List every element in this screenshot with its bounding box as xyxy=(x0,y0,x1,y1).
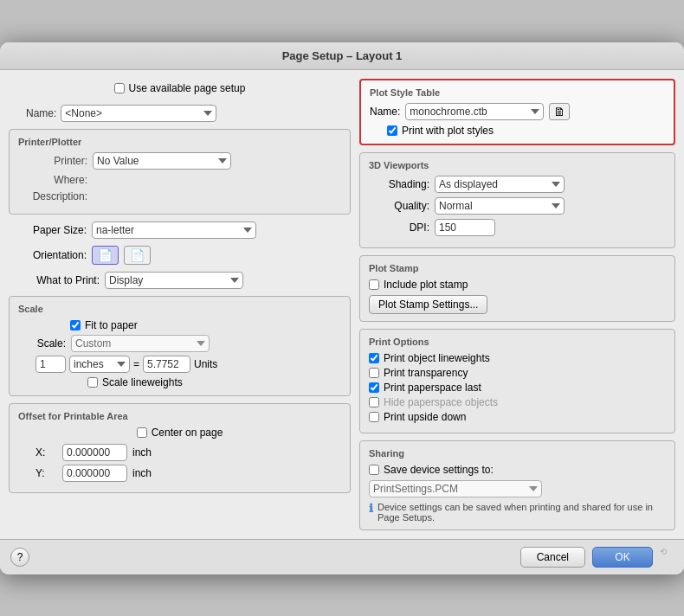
opt5-label: Print upside down xyxy=(384,411,466,423)
scale-lineweights-row: Scale lineweights xyxy=(18,376,341,388)
x-input[interactable] xyxy=(62,444,127,461)
dpi-label: DPI: xyxy=(377,221,429,234)
save-device-checkbox[interactable] xyxy=(369,465,379,475)
opt3-checkbox[interactable] xyxy=(369,382,379,393)
title-bar: Page Setup – Layout 1 xyxy=(0,42,684,70)
paper-size-row: Paper Size: na-letter xyxy=(9,221,351,239)
quality-select[interactable]: Normal xyxy=(435,197,565,215)
center-on-page-label: Center on page xyxy=(152,427,223,439)
scale-units-input[interactable] xyxy=(35,356,66,373)
paper-size-label: Paper Size: xyxy=(17,224,87,236)
landscape-button[interactable]: 📄 xyxy=(124,246,151,265)
include-stamp-checkbox[interactable] xyxy=(369,279,379,290)
opt2-label: Print transparency xyxy=(384,367,468,379)
opt2-row: Print transparency xyxy=(369,367,666,379)
stamp-settings-button[interactable]: Plot Stamp Settings... xyxy=(369,295,487,314)
sharing-title: Sharing xyxy=(369,448,666,459)
dpi-row: DPI: xyxy=(369,219,666,236)
fit-to-paper-label: Fit to paper xyxy=(85,319,138,331)
what-to-print-select[interactable]: Display xyxy=(105,272,243,289)
printer-row: Printer: No Value xyxy=(18,152,341,170)
share-file-row: PrintSettings.PCM xyxy=(369,480,666,497)
opt4-label: Hide paperspace objects xyxy=(384,396,498,408)
ok-button[interactable]: OK xyxy=(592,547,653,568)
print-options-section: Print Options Print object lineweights P… xyxy=(359,329,675,433)
description-label: Description: xyxy=(18,190,87,202)
plot-style-section: Plot Style Table Name: monochrome.ctb 🗎 … xyxy=(359,79,675,145)
description-row: Description: xyxy=(18,190,341,202)
what-to-print-label: What to Print: xyxy=(17,274,100,286)
info-row: ℹ Device settings can be saved when prin… xyxy=(369,502,666,523)
opt3-row: Print paperspace last xyxy=(369,382,666,394)
resize-handle: ⟲ xyxy=(660,547,674,561)
x-label: X: xyxy=(35,446,57,459)
sharing-section: Sharing Save device settings to: PrintSe… xyxy=(359,440,675,530)
page-setup-dialog: Page Setup – Layout 1 Use available page… xyxy=(0,42,684,574)
info-text: Device settings can be saved when printi… xyxy=(377,502,666,523)
print-with-styles-checkbox[interactable] xyxy=(387,125,397,136)
shading-row: Shading: As displayed xyxy=(369,176,666,193)
x-row: X: inch xyxy=(18,444,341,461)
scale-result-input[interactable] xyxy=(143,356,190,373)
left-panel: Use available page setup Name: <None> Pr… xyxy=(9,79,351,530)
center-row: Center on page xyxy=(18,427,341,439)
quality-label: Quality: xyxy=(369,200,429,212)
portrait-button[interactable]: 📄 xyxy=(92,246,119,265)
fit-to-paper-row: Fit to paper xyxy=(18,319,341,331)
cancel-button[interactable]: Cancel xyxy=(520,547,585,568)
opt2-checkbox[interactable] xyxy=(369,368,379,378)
plot-stamp-title: Plot Stamp xyxy=(369,263,666,273)
share-file-select[interactable]: PrintSettings.PCM xyxy=(369,480,542,497)
y-input[interactable] xyxy=(62,465,127,482)
opt1-checkbox[interactable] xyxy=(369,353,379,363)
edit-plot-style-button[interactable]: 🗎 xyxy=(549,103,570,120)
y-unit: inch xyxy=(132,467,152,479)
scale-equals: = xyxy=(133,358,139,370)
printer-select[interactable]: No Value xyxy=(93,152,231,170)
y-label: Y: xyxy=(35,467,57,479)
fit-to-paper-checkbox[interactable] xyxy=(70,320,81,330)
name-row: Name: <None> xyxy=(9,105,351,122)
help-button[interactable]: ? xyxy=(10,548,29,567)
opt3-label: Print paperspace last xyxy=(384,382,481,394)
scale-lineweights-checkbox[interactable] xyxy=(87,377,98,388)
printer-section-title: Printer/Plotter xyxy=(18,137,341,147)
name-label: Name: xyxy=(26,107,56,119)
save-device-row: Save device settings to: xyxy=(369,464,666,476)
scale-section-title: Scale xyxy=(18,304,341,314)
viewports-title: 3D Viewports xyxy=(369,160,666,170)
paper-size-select[interactable]: na-letter xyxy=(92,221,256,239)
print-with-styles-row: Print with plot styles xyxy=(370,125,665,137)
scale-units-label: Units xyxy=(194,358,217,370)
orientation-row: Orientation: 📄 📄 xyxy=(9,246,351,265)
opt1-label: Print object lineweights xyxy=(384,352,490,364)
use-page-setup-label: Use available page setup xyxy=(129,82,246,94)
scale-row: Scale: Custom xyxy=(18,335,341,352)
what-to-print-row: What to Print: Display xyxy=(9,272,351,289)
plot-style-name-label: Name: xyxy=(370,106,400,118)
scale-select[interactable]: Custom xyxy=(71,335,210,352)
use-page-setup-row: Use available page setup xyxy=(9,79,351,98)
scale-units-select[interactable]: inches xyxy=(69,356,130,373)
plot-style-name-row: Name: monochrome.ctb 🗎 xyxy=(370,103,665,120)
name-select[interactable]: <None> xyxy=(61,105,216,122)
center-on-page-checkbox[interactable] xyxy=(137,427,147,438)
dialog-title: Page Setup – Layout 1 xyxy=(282,49,403,62)
include-stamp-row: Include plot stamp xyxy=(369,279,666,291)
footer-buttons: Cancel OK ⟲ xyxy=(520,547,674,568)
print-with-styles-label: Print with plot styles xyxy=(402,125,494,137)
where-row: Where: xyxy=(18,174,341,186)
printer-label: Printer: xyxy=(18,155,87,167)
print-options-title: Print Options xyxy=(369,337,666,347)
opt5-checkbox[interactable] xyxy=(369,412,379,422)
include-stamp-label: Include plot stamp xyxy=(384,279,468,291)
shading-label: Shading: xyxy=(369,178,429,190)
shading-select[interactable]: As displayed xyxy=(435,176,565,193)
plot-style-select[interactable]: monochrome.ctb xyxy=(405,103,544,120)
dpi-input[interactable] xyxy=(435,219,495,236)
opt5-row: Print upside down xyxy=(369,411,666,423)
use-page-setup-checkbox[interactable] xyxy=(114,83,125,93)
opt4-checkbox[interactable] xyxy=(369,397,379,407)
offset-section-title: Offset for Printable Area xyxy=(18,411,341,421)
y-row: Y: inch xyxy=(18,465,341,482)
